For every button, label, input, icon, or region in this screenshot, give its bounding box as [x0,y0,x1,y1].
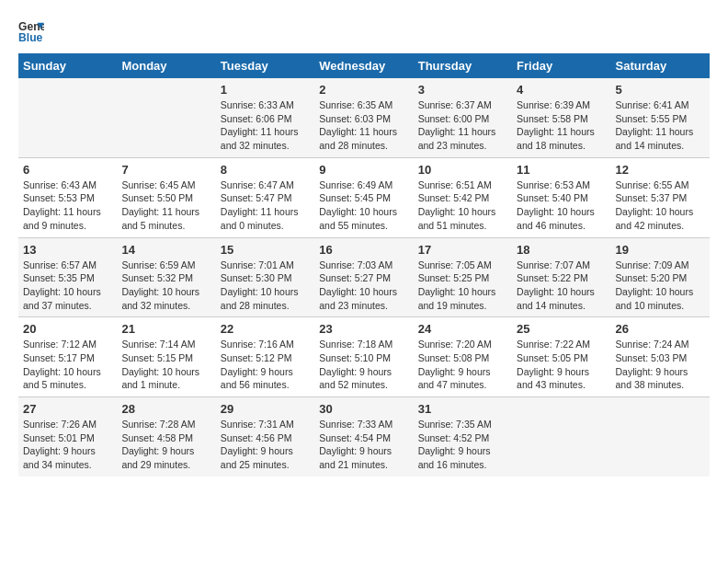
day-number: 26 [616,322,705,336]
calendar-cell: 16Sunrise: 7:03 AM Sunset: 5:27 PM Dayli… [314,237,413,317]
day-info: Sunrise: 7:09 AM Sunset: 5:20 PM Dayligh… [616,259,705,313]
day-number: 12 [616,163,705,177]
day-info: Sunrise: 7:05 AM Sunset: 5:25 PM Dayligh… [418,259,507,313]
day-info: Sunrise: 6:55 AM Sunset: 5:37 PM Dayligh… [616,178,705,233]
day-number: 13 [23,243,112,257]
day-info: Sunrise: 6:49 AM Sunset: 5:45 PM Dayligh… [319,178,408,233]
day-number: 1 [221,83,310,97]
calendar-cell: 28Sunrise: 7:28 AM Sunset: 4:58 PM Dayli… [117,397,215,477]
weekday-header-saturday: Saturday [611,53,710,78]
calendar-cell: 20Sunrise: 7:12 AM Sunset: 5:17 PM Dayli… [18,317,117,397]
logo: General Blue [18,18,48,44]
day-number: 27 [23,402,112,416]
calendar-cell: 10Sunrise: 6:51 AM Sunset: 5:42 PM Dayli… [414,157,512,237]
day-number: 29 [221,402,310,416]
day-number: 9 [319,163,408,177]
day-info: Sunrise: 7:26 AM Sunset: 5:01 PM Dayligh… [23,418,112,472]
calendar-week-row: 20Sunrise: 7:12 AM Sunset: 5:17 PM Dayli… [18,317,710,397]
calendar-cell: 8Sunrise: 6:47 AM Sunset: 5:47 PM Daylig… [216,157,314,237]
svg-text:Blue: Blue [18,31,43,44]
calendar-cell: 19Sunrise: 7:09 AM Sunset: 5:20 PM Dayli… [611,237,710,317]
calendar-cell [611,397,710,477]
calendar-table: SundayMondayTuesdayWednesdayThursdayFrid… [18,53,710,477]
calendar-cell: 5Sunrise: 6:41 AM Sunset: 5:55 PM Daylig… [611,78,710,157]
weekday-header-thursday: Thursday [414,53,512,78]
calendar-week-row: 1Sunrise: 6:33 AM Sunset: 6:06 PM Daylig… [18,78,710,157]
calendar-cell: 22Sunrise: 7:16 AM Sunset: 5:12 PM Dayli… [216,317,314,397]
calendar-cell [117,78,215,157]
calendar-week-row: 27Sunrise: 7:26 AM Sunset: 5:01 PM Dayli… [18,397,710,477]
calendar-cell: 25Sunrise: 7:22 AM Sunset: 5:05 PM Dayli… [512,317,610,397]
day-number: 19 [616,243,705,257]
day-number: 3 [418,83,507,97]
day-number: 11 [517,163,606,177]
calendar-cell: 1Sunrise: 6:33 AM Sunset: 6:06 PM Daylig… [216,78,314,157]
day-info: Sunrise: 6:39 AM Sunset: 5:58 PM Dayligh… [517,98,606,153]
page-header: General Blue [18,18,710,44]
day-number: 10 [418,163,507,177]
day-info: Sunrise: 7:16 AM Sunset: 5:12 PM Dayligh… [221,338,310,392]
day-info: Sunrise: 6:33 AM Sunset: 6:06 PM Dayligh… [221,98,310,153]
day-number: 17 [418,243,507,257]
day-number: 14 [121,243,210,257]
day-number: 25 [517,322,606,336]
day-info: Sunrise: 7:07 AM Sunset: 5:22 PM Dayligh… [517,259,606,313]
day-number: 15 [221,243,310,257]
calendar-cell: 27Sunrise: 7:26 AM Sunset: 5:01 PM Dayli… [18,397,117,477]
day-number: 28 [121,402,210,416]
day-number: 30 [319,402,408,416]
day-info: Sunrise: 7:31 AM Sunset: 4:56 PM Dayligh… [221,418,310,472]
day-number: 24 [418,322,507,336]
calendar-cell: 29Sunrise: 7:31 AM Sunset: 4:56 PM Dayli… [216,397,314,477]
day-info: Sunrise: 6:57 AM Sunset: 5:35 PM Dayligh… [23,259,112,313]
calendar-cell: 7Sunrise: 6:45 AM Sunset: 5:50 PM Daylig… [117,157,215,237]
calendar-cell: 23Sunrise: 7:18 AM Sunset: 5:10 PM Dayli… [314,317,413,397]
calendar-cell: 13Sunrise: 6:57 AM Sunset: 5:35 PM Dayli… [18,237,117,317]
day-info: Sunrise: 7:14 AM Sunset: 5:15 PM Dayligh… [121,338,210,392]
day-number: 2 [319,83,408,97]
day-info: Sunrise: 6:41 AM Sunset: 5:55 PM Dayligh… [616,98,705,153]
calendar-cell: 6Sunrise: 6:43 AM Sunset: 5:53 PM Daylig… [18,157,117,237]
weekday-header-tuesday: Tuesday [216,53,314,78]
day-info: Sunrise: 7:01 AM Sunset: 5:30 PM Dayligh… [221,259,310,313]
calendar-cell: 9Sunrise: 6:49 AM Sunset: 5:45 PM Daylig… [314,157,413,237]
day-info: Sunrise: 6:45 AM Sunset: 5:50 PM Dayligh… [121,178,210,233]
day-info: Sunrise: 6:59 AM Sunset: 5:32 PM Dayligh… [121,259,210,313]
calendar-cell: 15Sunrise: 7:01 AM Sunset: 5:30 PM Dayli… [216,237,314,317]
day-info: Sunrise: 7:35 AM Sunset: 4:52 PM Dayligh… [418,418,507,472]
day-number: 5 [616,83,705,97]
day-number: 4 [517,83,606,97]
weekday-header-wednesday: Wednesday [314,53,413,78]
day-info: Sunrise: 7:12 AM Sunset: 5:17 PM Dayligh… [23,338,112,392]
day-number: 20 [23,322,112,336]
day-info: Sunrise: 6:43 AM Sunset: 5:53 PM Dayligh… [23,178,112,233]
day-info: Sunrise: 7:28 AM Sunset: 4:58 PM Dayligh… [121,418,210,472]
day-number: 22 [221,322,310,336]
calendar-cell: 4Sunrise: 6:39 AM Sunset: 5:58 PM Daylig… [512,78,610,157]
calendar-cell: 11Sunrise: 6:53 AM Sunset: 5:40 PM Dayli… [512,157,610,237]
calendar-cell: 24Sunrise: 7:20 AM Sunset: 5:08 PM Dayli… [414,317,512,397]
calendar-cell: 2Sunrise: 6:35 AM Sunset: 6:03 PM Daylig… [314,78,413,157]
calendar-cell [512,397,610,477]
calendar-cell: 3Sunrise: 6:37 AM Sunset: 6:00 PM Daylig… [414,78,512,157]
calendar-cell: 12Sunrise: 6:55 AM Sunset: 5:37 PM Dayli… [611,157,710,237]
day-number: 21 [121,322,210,336]
calendar-cell: 21Sunrise: 7:14 AM Sunset: 5:15 PM Dayli… [117,317,215,397]
calendar-cell: 14Sunrise: 6:59 AM Sunset: 5:32 PM Dayli… [117,237,215,317]
day-number: 31 [418,402,507,416]
day-number: 6 [23,163,112,177]
day-info: Sunrise: 6:51 AM Sunset: 5:42 PM Dayligh… [418,178,507,233]
day-info: Sunrise: 7:33 AM Sunset: 4:54 PM Dayligh… [319,418,408,472]
day-info: Sunrise: 7:24 AM Sunset: 5:03 PM Dayligh… [616,338,705,392]
day-info: Sunrise: 6:53 AM Sunset: 5:40 PM Dayligh… [517,178,606,233]
calendar-cell: 30Sunrise: 7:33 AM Sunset: 4:54 PM Dayli… [314,397,413,477]
calendar-cell: 17Sunrise: 7:05 AM Sunset: 5:25 PM Dayli… [414,237,512,317]
calendar-week-row: 6Sunrise: 6:43 AM Sunset: 5:53 PM Daylig… [18,157,710,237]
day-number: 18 [517,243,606,257]
day-info: Sunrise: 7:22 AM Sunset: 5:05 PM Dayligh… [517,338,606,392]
calendar-week-row: 13Sunrise: 6:57 AM Sunset: 5:35 PM Dayli… [18,237,710,317]
weekday-header-monday: Monday [117,53,215,78]
weekday-header-row: SundayMondayTuesdayWednesdayThursdayFrid… [18,53,710,78]
calendar-cell [18,78,117,157]
day-info: Sunrise: 7:18 AM Sunset: 5:10 PM Dayligh… [319,338,408,392]
